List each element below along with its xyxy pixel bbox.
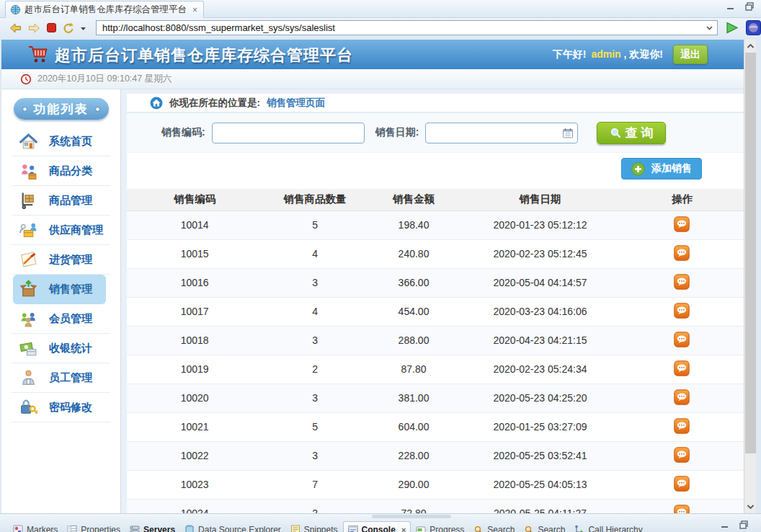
comment-action-icon[interactable] [674,274,690,290]
stop-button[interactable] [46,22,57,33]
table-row: 100174454.002020-03-23 04:16:06 [127,297,744,326]
url-text[interactable]: http://localhost:8080/ssm_supermarket_sy… [102,22,705,33]
table-row: 100145198.402020-01-23 05:12:12 [127,210,744,239]
sidebar-item-product[interactable]: 商品管理 [1,186,120,216]
sales-table-body: 100145198.402020-01-23 05:12:12100154240… [127,210,744,513]
restore-icon[interactable] [739,520,748,529]
scroll-up-icon[interactable] [745,40,756,52]
browser-toolbar: http://localhost:8080/ssm_supermarket_sy… [0,18,761,37]
comment-action-icon[interactable] [674,332,690,347]
cashier-icon [19,339,38,358]
sidebar-item-purchase[interactable]: 进货管理 [1,245,120,275]
view-tab-servers[interactable]: Servers [125,522,179,532]
add-sale-button[interactable]: 添加销售 [621,158,702,179]
url-dropdown-icon[interactable] [705,23,714,32]
url-bar[interactable]: http://localhost:8080/ssm_supermarket_sy… [96,20,718,35]
site-header: 超市后台订单销售仓库库存综合管理平台 下午好!admin , 欢迎你! 退出 [1,40,744,69]
column-header: 销售金额 [368,189,460,210]
minimize-icon[interactable] [721,520,729,529]
main-panel: 你现在所在的位置是: 销售管理页面 销售编码: 销售日期: 查 询 添加销售 销… [127,94,744,513]
view-tab-console[interactable]: Console× [343,521,411,532]
sidebar-item-member[interactable]: 会员管理 [1,304,120,334]
calendar-icon[interactable] [562,128,574,139]
breadcrumb: 你现在所在的位置是: 销售管理页面 [127,94,744,113]
search-icon [473,525,484,532]
refresh-button[interactable] [62,22,75,35]
column-header: 销售日期 [460,189,620,210]
comment-action-icon[interactable] [674,360,690,376]
sidebar-item-password[interactable]: 密码修改 [1,393,120,422]
sale-code-input[interactable] [212,123,365,143]
table-row: 100183288.002020-04-23 04:21:15 [127,326,744,355]
comment-action-icon[interactable] [674,303,690,319]
forward-button[interactable] [27,22,41,35]
toolbar-dropdown-icon[interactable] [80,22,86,34]
comment-action-icon[interactable] [674,216,690,232]
scroll-down-icon[interactable] [745,501,756,513]
comment-action-icon[interactable] [674,418,690,434]
sidebar: 功能列表 系统首页商品分类商品管理供应商管理进货管理销售管理会员管理收银统计员工… [1,89,121,513]
home-icon [19,132,38,151]
view-tab-call-hierarchy[interactable]: Call Hierarchy [570,522,646,532]
home-icon [150,97,163,110]
greeting: 下午好!admin , 欢迎你! [553,48,663,61]
column-header: 销售商品数量 [262,189,368,210]
comment-action-icon[interactable] [674,447,690,463]
callhierarchy-icon [574,525,584,532]
close-icon[interactable]: × [401,526,406,532]
magnifier-icon [610,127,622,139]
breadcrumb-current[interactable]: 销售管理页面 [267,97,325,110]
table-row: 100223228.002020-05-25 03:52:41 [127,441,744,470]
vertical-scrollbar[interactable] [744,40,756,513]
sale-icon [19,280,38,299]
sidebar-item-category[interactable]: 商品分类 [1,156,120,186]
query-button[interactable]: 查 询 [597,122,666,144]
sidebar-item-sale[interactable]: 销售管理 [13,275,106,304]
view-tab-progress[interactable]: Progress [411,522,468,532]
view-tab-properties[interactable]: Properties [63,522,125,532]
view-tab-search[interactable]: Search [469,522,519,532]
restore-icon[interactable] [745,2,754,11]
table-row: 100237290.002020-05-25 04:05:13 [127,470,744,499]
sidebar-item-staff[interactable]: 员工管理 [1,363,120,393]
scrollbar-thumb[interactable] [745,53,756,453]
progress-icon [416,525,426,532]
comment-action-icon[interactable] [674,505,690,514]
external-browser-icon[interactable] [746,20,761,35]
product-icon [19,191,38,210]
comment-action-icon[interactable] [674,476,690,492]
sidebar-item-home[interactable]: 系统首页 [1,127,120,156]
globe-icon [10,4,21,15]
properties-icon [67,525,77,532]
column-header: 销售编码 [127,189,262,210]
back-button[interactable] [9,22,22,35]
view-tab-search[interactable]: Search [520,522,569,532]
sash-handle[interactable] [372,515,451,518]
close-icon[interactable]: × [192,5,197,15]
table-row: 10019287.802020-02-23 05:24:34 [127,355,744,384]
sidebar-item-cashier[interactable]: 收银统计 [1,334,120,363]
go-button[interactable] [724,21,739,35]
sidebar-menu: 系统首页商品分类商品管理供应商管理进货管理销售管理会员管理收银统计员工管理密码修… [1,127,120,422]
cart-icon [27,45,49,64]
console-icon [348,525,358,532]
username: admin [591,48,620,60]
editor-tab-title: 超市后台订单销售仓库库存综合管理平台 [25,4,187,16]
editor-tab[interactable]: 超市后台订单销售仓库库存综合管理平台 × [5,1,204,18]
search-form: 销售编码: 销售日期: 查 询 [127,113,744,153]
comment-action-icon[interactable] [674,389,690,405]
column-header: 操作 [620,189,744,210]
minimize-icon[interactable] [726,2,735,11]
bottom-tabbar-tabs: MarkersPropertiesServersData Source Expl… [9,521,647,532]
view-tab-snippets[interactable]: Snippets [286,522,342,532]
search-icon [524,525,534,532]
view-tab-markers[interactable]: Markers [9,522,62,532]
logout-button[interactable]: 退出 [673,45,708,64]
sidebar-item-supplier[interactable]: 供应商管理 [1,216,120,245]
view-tab-data-source-explorer[interactable]: Data Source Explorer [180,522,285,532]
bottom-tabbar: MarkersPropertiesServersData Source Expl… [0,513,761,532]
datasource-icon [184,525,195,532]
sale-date-input[interactable] [425,123,578,143]
breadcrumb-prefix: 你现在所在的位置是: [169,97,260,110]
comment-action-icon[interactable] [674,245,690,261]
